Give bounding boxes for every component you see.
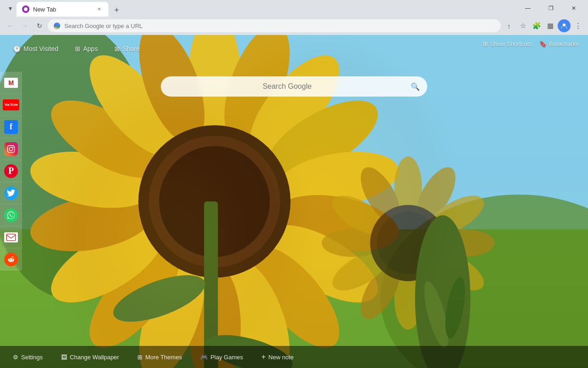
shortcuts-grid-icon: ⊞ <box>483 40 488 47</box>
toolbar-icons: ↑ ☆ 🧩 ▦ ⋮ <box>503 19 584 32</box>
bookmarks-item[interactable]: 🔖 Bookmarks <box>539 40 579 47</box>
sidebar-item-whatsapp[interactable] <box>0 204 22 226</box>
ntp-right-controls: ⊞ Show Shortcuts 🔖 Bookmarks <box>483 40 579 47</box>
tab-bar: New Tab × + <box>17 0 514 17</box>
sidebar-item-reddit[interactable] <box>0 248 22 270</box>
new-note-item[interactable]: + New note <box>258 351 297 363</box>
settings-item[interactable]: ⚙ Settings <box>9 352 46 362</box>
forward-button[interactable]: → <box>18 19 31 32</box>
share-label: Share <box>123 45 140 52</box>
sidebar-item-twitter[interactable] <box>0 182 22 204</box>
close-button[interactable]: ✕ <box>563 1 584 16</box>
new-tab-content: 🕐 Most Visited ⊞ Apps ⊠ Share ⊞ Show Sho… <box>0 35 588 368</box>
address-bar[interactable] <box>48 19 501 32</box>
tab-favicon <box>22 6 29 13</box>
bookmark-icon: 🔖 <box>539 40 547 47</box>
bookmark-star-icon[interactable]: ☆ <box>516 19 529 32</box>
more-themes-item[interactable]: ⊞ More Themes <box>134 352 186 362</box>
settings-icon: ⚙ <box>13 354 18 361</box>
search-bar-container: 🔍 <box>161 76 427 97</box>
play-games-item[interactable]: 🎮 Play Games <box>197 352 247 362</box>
minimize-button[interactable]: — <box>517 1 538 16</box>
play-games-label: Play Games <box>210 354 243 361</box>
extensions-icon[interactable]: 🧩 <box>530 19 543 32</box>
profile-avatar[interactable] <box>558 19 571 32</box>
apps-nav[interactable]: ⊞ Apps <box>71 43 102 54</box>
share-nav[interactable]: ⊠ Share <box>111 43 143 54</box>
apps-label: Apps <box>83 45 98 52</box>
window-controls: — ❐ ✕ <box>517 1 584 16</box>
share-icon[interactable]: ↑ <box>503 19 515 32</box>
refresh-button[interactable]: ↻ <box>33 19 46 32</box>
active-tab[interactable]: New Tab × <box>17 2 108 17</box>
settings-label: Settings <box>21 354 43 361</box>
most-visited-nav[interactable]: 🕐 Most Visited <box>9 43 62 54</box>
plus-icon: + <box>261 353 266 361</box>
sidebar-item-youtube[interactable]: YouTube <box>0 94 22 116</box>
search-bar[interactable]: 🔍 <box>161 76 427 97</box>
url-input[interactable] <box>64 23 495 29</box>
most-visited-label: Most Visited <box>23 45 58 52</box>
maximize-button[interactable]: ❐ <box>540 1 561 16</box>
history-icon: 🕐 <box>13 45 21 52</box>
sidebar-item-instagram[interactable] <box>0 138 22 160</box>
back-button[interactable]: ← <box>4 19 17 32</box>
search-icon: 🔍 <box>411 82 420 91</box>
apps-grid-icon: ⊞ <box>75 45 80 52</box>
more-themes-label: More Themes <box>145 354 182 361</box>
svg-rect-51 <box>6 234 16 240</box>
new-note-label: New note <box>268 354 294 361</box>
window-frame: ▾ New Tab × + — ❐ ✕ ← → ↻ <box>0 0 588 368</box>
search-input[interactable] <box>168 82 406 91</box>
left-sidebar: M YouTube f <box>0 72 22 331</box>
google-g-icon <box>53 22 61 29</box>
sidebar-item-inbox[interactable] <box>0 226 22 248</box>
new-tab-button[interactable]: + <box>110 4 123 17</box>
sidebar-item-facebook[interactable]: f <box>0 116 22 138</box>
themes-grid-icon: ⊞ <box>137 354 142 361</box>
show-shortcuts-label: Show Shortcuts <box>490 40 532 47</box>
change-wallpaper-item[interactable]: 🖼 Change Wallpaper <box>57 352 123 362</box>
svg-rect-48 <box>8 145 15 152</box>
title-bar: ▾ New Tab × + — ❐ ✕ <box>0 0 588 17</box>
ntp-top-bar: 🕐 Most Visited ⊞ Apps ⊠ Share <box>0 35 588 63</box>
bottom-bar: ⚙ Settings 🖼 Change Wallpaper ⊞ More The… <box>0 346 588 368</box>
address-bar-row: ← → ↻ ↑ ☆ 🧩 ▦ ⋮ <box>0 17 588 35</box>
change-wallpaper-label: Change Wallpaper <box>70 354 119 361</box>
svg-point-50 <box>12 146 13 147</box>
games-icon: 🎮 <box>200 354 208 361</box>
sidebar-item-gmail[interactable]: M <box>0 72 22 94</box>
chrome-menu-icon[interactable]: ⋮ <box>571 19 584 32</box>
sidebar-toggle-icon[interactable]: ▦ <box>544 19 557 32</box>
svg-point-0 <box>24 7 28 11</box>
tab-list-button[interactable]: ▾ <box>4 2 17 15</box>
tab-title: New Tab <box>33 6 92 13</box>
share-icon: ⊠ <box>114 45 120 52</box>
wallpaper-icon: 🖼 <box>61 354 67 361</box>
svg-point-49 <box>9 147 13 151</box>
show-shortcuts-item[interactable]: ⊞ Show Shortcuts <box>483 40 532 47</box>
sidebar-item-pinterest[interactable]: P <box>0 160 22 182</box>
tab-close-button[interactable]: × <box>96 6 103 13</box>
bookmarks-label: Bookmarks <box>549 40 579 47</box>
